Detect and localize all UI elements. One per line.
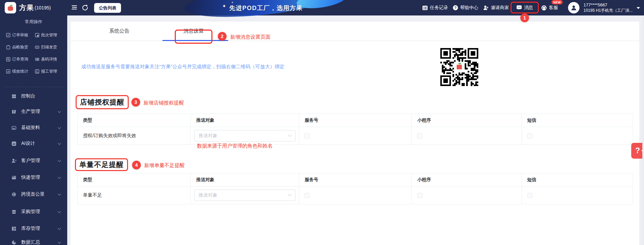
quick-scan-ship[interactable]: 扫描发货: [35, 41, 64, 53]
qr-code-canvas: [440, 48, 478, 86]
section-1-title: 店铺授权提醒: [80, 97, 124, 107]
chevron-down-icon: [58, 159, 61, 162]
callout-2-text: 新增消息设置页面: [230, 34, 271, 40]
push-target-select[interactable]: 推送对象: [194, 190, 295, 201]
banner-slogan: 先进POD工厂，选用方果: [229, 4, 303, 12]
nav-task-records-label: 任务记录: [430, 5, 448, 11]
tab-bar-border: [71, 41, 639, 41]
sms-checkbox[interactable]: [527, 193, 532, 198]
nav-invite-merchant[interactable]: 邀请商家: [483, 0, 509, 15]
sidebar-divider: [3, 87, 64, 87]
user-info[interactable]: 177****5667 10195 H1手机壳（工厂演...: [583, 2, 633, 13]
col-header-service-account: 服务号: [299, 114, 412, 127]
ai-design-icon: Ai: [11, 141, 17, 146]
invite-merchant-icon: [483, 5, 489, 10]
production-icon: [11, 109, 17, 114]
nav-help-center[interactable]: ? 帮助中心: [453, 0, 478, 15]
quick-work-report[interactable]: 报工管理: [35, 65, 64, 77]
col-header-push-target: 推送对象: [191, 114, 299, 127]
quick-ops-grid: 订单审核 批次管理 品检验货 扫描发货 订单查询 条码详情 绩效统计 报工管理: [6, 29, 64, 77]
app-logo[interactable]: [5, 2, 16, 13]
callout-4: 4: [132, 161, 141, 169]
banner-decoration-2: [295, 0, 348, 11]
tab-system-announcement[interactable]: 系统公告: [86, 22, 153, 41]
nav-customer-service-label: 客服: [549, 5, 558, 11]
qr-code[interactable]: [440, 48, 479, 86]
apple-logo-icon: [6, 4, 14, 12]
sidebar-collapse-icon[interactable]: [71, 4, 78, 10]
sidebar-item-label: 采购管理: [21, 209, 40, 215]
sidebar-item-label: 控制台: [21, 93, 35, 99]
sidebar-item-data-summary[interactable]: 数据汇总: [0, 235, 67, 245]
nav-task-records[interactable]: 任务记录: [422, 0, 448, 15]
user-menu-caret-icon[interactable]: [637, 7, 640, 9]
sidebar-item-ai-design[interactable]: Ai AI设计: [0, 136, 67, 151]
order-query-icon: [6, 57, 10, 62]
chevron-down-icon: [58, 227, 61, 230]
sidebar-item-console[interactable]: 控制台: [0, 88, 67, 104]
qc-inspect-icon: [6, 45, 10, 49]
user-avatar[interactable]: [568, 2, 579, 13]
sidebar-item-crossborder[interactable]: 跨境首公里: [0, 187, 67, 202]
user-org: 10195 H1手机壳（工厂演...: [583, 8, 633, 13]
chevron-down-icon: [58, 192, 61, 196]
scrollbar-track[interactable]: [642, 15, 644, 245]
mini-program-checkbox[interactable]: [417, 193, 422, 198]
col-header-type: 类型: [78, 173, 191, 187]
nav-messages[interactable]: 消息: [511, 2, 539, 13]
quick-barcode-detail[interactable]: 条码详情: [35, 53, 64, 65]
barcode-icon: [35, 57, 39, 62]
nav-invite-merchant-label: 邀请商家: [491, 5, 509, 11]
express-icon: [11, 175, 17, 180]
sidebar-item-inventory[interactable]: 库存管理: [0, 221, 67, 236]
quick-batch-manage[interactable]: 批次管理: [35, 29, 64, 41]
sms-checkbox[interactable]: [527, 133, 532, 138]
sidebar-item-production[interactable]: 生产管理: [0, 104, 67, 119]
col-header-sms: 短信: [522, 173, 633, 187]
data-source-note: 数据来源于用户管理的角色和姓名: [196, 142, 274, 150]
col-header-sms: 短信: [522, 114, 633, 127]
service-account-checkbox[interactable]: [305, 193, 310, 198]
purchase-store-icon: [11, 209, 17, 214]
mini-program-checkbox[interactable]: [417, 133, 422, 138]
push-target-select[interactable]: 推送对象: [194, 130, 295, 141]
table-row: 授权/订购失效或即将失效 推送对象: [78, 127, 633, 145]
new-badge: NEW: [552, 0, 563, 4]
service-account-checkbox[interactable]: [305, 133, 310, 138]
quick-ops-title: 常用操作: [0, 19, 67, 25]
sidebar-item-label: 数据汇总: [21, 239, 40, 245]
performance-stats-icon: [6, 69, 10, 74]
quick-label: 品检验货: [12, 44, 28, 50]
quick-performance-stats[interactable]: 绩效统计: [6, 65, 35, 77]
console-icon: [11, 94, 17, 99]
scan-ship-icon: [35, 45, 39, 49]
question-circle-icon: ?: [453, 5, 458, 10]
table-row: 单量不足 推送对象: [78, 187, 633, 204]
sidebar-item-basic-data[interactable]: 基础资料: [0, 120, 67, 135]
chevron-down-icon: [58, 110, 61, 113]
brand-tenant-id: (10195): [35, 5, 51, 10]
nav-messages-label: 消息: [524, 5, 533, 11]
chevron-down-icon: [58, 126, 61, 129]
batch-manage-icon: [35, 33, 39, 37]
callout-2: 2: [218, 32, 227, 41]
quick-order-query[interactable]: 订单查询: [6, 53, 35, 65]
refresh-icon[interactable]: [82, 4, 88, 11]
sidebar-item-express[interactable]: 快递管理: [0, 170, 67, 185]
order-volume-table: 类型 推送对象 服务号 小程序 短信 单量不足 推送对象: [77, 173, 633, 204]
section-2-title: 单量不足提醒: [79, 160, 124, 169]
quick-label: 绩效统计: [12, 69, 28, 74]
crossborder-globe-icon: [11, 192, 17, 197]
quick-qc-inspect[interactable]: 品检验货: [6, 41, 35, 53]
quick-label: 批次管理: [41, 32, 57, 38]
announcement-list-button[interactable]: 公告列表: [94, 3, 121, 13]
quick-order-review[interactable]: 订单审核: [6, 29, 35, 41]
sidebar-item-label: 客户管理: [21, 158, 40, 164]
sidebar-item-customer[interactable]: 客户管理: [0, 153, 67, 168]
callout-3: 3: [131, 98, 140, 107]
push-target-placeholder: 推送对象: [199, 192, 217, 198]
sidebar-item-label: 快递管理: [21, 174, 40, 180]
svg-text:?: ?: [454, 6, 456, 10]
sidebar-item-purchase[interactable]: 采购管理: [0, 204, 67, 219]
chevron-down-icon: [58, 210, 61, 213]
